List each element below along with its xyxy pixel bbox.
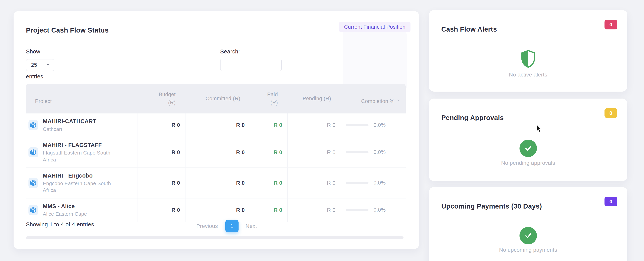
project-cash-flow-card: Project Cash Flow Status Current Financi…: [14, 11, 419, 249]
pending-value: R 0: [288, 198, 341, 222]
project-location: Engcobo Eastern Cape South Africa: [43, 180, 116, 194]
empty-state-text: No upcoming payments: [429, 247, 627, 253]
pending-approvals-card: Pending Approvals 0 No pending approvals: [429, 98, 627, 181]
sort-chevron-icon: [396, 96, 400, 105]
column-header-committed-r[interactable]: Committed (R): [185, 84, 250, 114]
project-cube-icon: [28, 147, 38, 158]
previous-page-button[interactable]: Previous: [196, 223, 218, 229]
mouse-cursor: [536, 125, 542, 134]
committed-value: R 0: [185, 168, 250, 198]
column-header-paid-r[interactable]: Paid (R): [250, 84, 288, 114]
entries-label: entries: [26, 74, 43, 80]
completion-percent: 0.0%: [374, 149, 386, 155]
table-row[interactable]: MAHIRI - FLAGSTAFF Flagstaff Eastern Cap…: [26, 137, 406, 168]
committed-value: R 0: [185, 198, 250, 222]
project-name: MAHIRI-CATHCART: [43, 118, 96, 125]
page-size-select[interactable]: 25: [26, 59, 54, 71]
column-header-completion-%[interactable]: Completion %: [341, 84, 406, 114]
page-size-value: 25: [31, 62, 37, 68]
financial-position-badge: Current Financial Position: [339, 22, 410, 32]
budget-value: R 0: [137, 168, 185, 198]
upcoming-payments-card: Upcoming Payments (30 Days) 0 No upcomin…: [429, 187, 627, 261]
column-header-pending-r[interactable]: Pending (R): [288, 84, 341, 114]
completion-progress-bar: [346, 182, 368, 184]
table-row[interactable]: MAHIRI - Engcobo Engcobo Eastern Cape So…: [26, 168, 406, 198]
show-label: Show: [26, 48, 40, 55]
project-location: Alice Eastern Cape: [43, 211, 87, 218]
project-cube-icon: [28, 178, 38, 188]
column-header-budget-r[interactable]: Budget (R): [137, 84, 185, 114]
page-1-button[interactable]: 1: [226, 220, 238, 232]
project-name: MAHIRI - Engcobo: [43, 172, 116, 180]
project-cube-icon: [28, 120, 38, 130]
cash-flow-table: ProjectBudget (R)Committed (R)Paid (R)Pe…: [26, 84, 406, 222]
completion-progress-bar: [346, 124, 368, 126]
empty-state-text: No active alerts: [429, 72, 627, 78]
approvals-count-badge: 0: [604, 108, 617, 118]
chevron-down-icon: [46, 62, 50, 68]
paid-value: R 0: [250, 114, 288, 137]
paid-value: R 0: [250, 137, 288, 168]
table-row[interactable]: MAHIRI-CATHCART Cathcart R 0 R 0 R 0 R 0…: [26, 114, 406, 137]
committed-value: R 0: [185, 114, 250, 137]
search-input[interactable]: [220, 59, 282, 71]
completion-percent: 0.0%: [374, 180, 386, 186]
empty-state-text: No pending approvals: [429, 160, 627, 166]
committed-value: R 0: [185, 137, 250, 168]
card-title: Pending Approvals: [441, 114, 504, 122]
pending-value: R 0: [288, 168, 341, 198]
alerts-count-badge: 0: [604, 20, 617, 30]
search-label: Search:: [220, 48, 240, 55]
completion-progress-bar: [346, 151, 368, 153]
column-header-project[interactable]: Project: [26, 84, 137, 114]
project-name: MAHIRI - FLAGSTAFF: [43, 142, 116, 149]
page-title: Project Cash Flow Status: [26, 26, 108, 34]
table-header-row: ProjectBudget (R)Committed (R)Paid (R)Pe…: [26, 84, 406, 114]
budget-value: R 0: [137, 198, 185, 222]
pending-value: R 0: [288, 137, 341, 168]
project-cube-icon: [28, 205, 38, 215]
paid-value: R 0: [250, 168, 288, 198]
check-circle-icon: [520, 227, 537, 244]
cash-flow-alerts-card: Cash Flow Alerts 0 No active alerts: [429, 10, 627, 92]
payments-count-badge: 0: [604, 197, 617, 206]
card-title: Upcoming Payments (30 Days): [441, 202, 542, 210]
completion-progress-bar: [346, 209, 368, 211]
shield-check-icon: [520, 50, 536, 69]
pending-value: R 0: [288, 114, 341, 137]
budget-value: R 0: [137, 114, 185, 137]
paid-value: R 0: [250, 198, 288, 222]
project-location: Flagstaff Eastern Cape South Africa: [43, 150, 116, 163]
table-scrollbar-track[interactable]: [26, 236, 404, 239]
next-page-button[interactable]: Next: [246, 223, 257, 229]
completion-percent: 0.0%: [374, 122, 386, 128]
project-name: MMS - Alice: [43, 203, 87, 210]
completion-percent: 0.0%: [374, 207, 386, 213]
pagination-summary: Showing 1 to 4 of 4 entries: [26, 221, 94, 228]
check-circle-icon: [520, 140, 537, 157]
ghost-artifact: [343, 31, 406, 90]
budget-value: R 0: [137, 137, 185, 168]
table-row[interactable]: MMS - Alice Alice Eastern Cape R 0 R 0 R…: [26, 198, 406, 222]
card-title: Cash Flow Alerts: [441, 25, 497, 33]
project-location: Cathcart: [43, 126, 96, 133]
